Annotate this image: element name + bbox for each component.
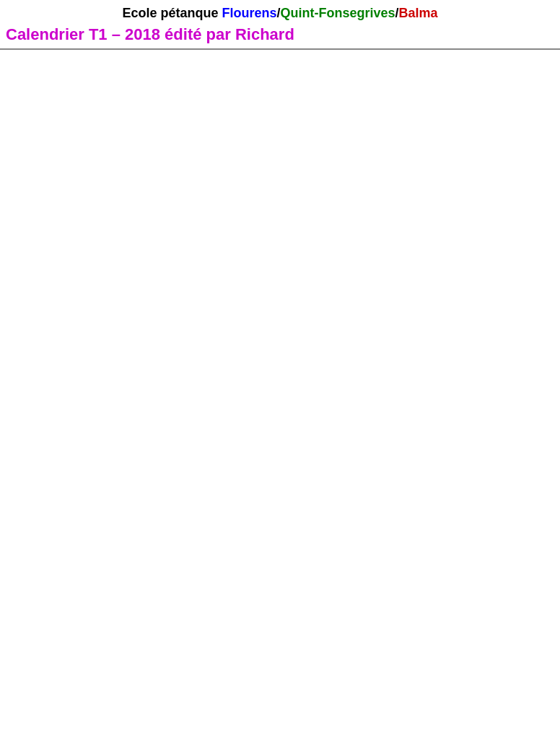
subtitle: Calendrier T1 – 2018 édité par Richard <box>0 22 560 48</box>
calendar-grid <box>0 48 560 50</box>
flourens-text: Flourens <box>222 6 276 20</box>
header: Ecole pétanque Flourens/Quint-Fonsegrive… <box>0 0 560 48</box>
header-text: Ecole pétanque <box>122 6 222 20</box>
quint-text: Quint-Fonsegrives <box>281 6 395 20</box>
balma-text: Balma <box>399 6 438 20</box>
